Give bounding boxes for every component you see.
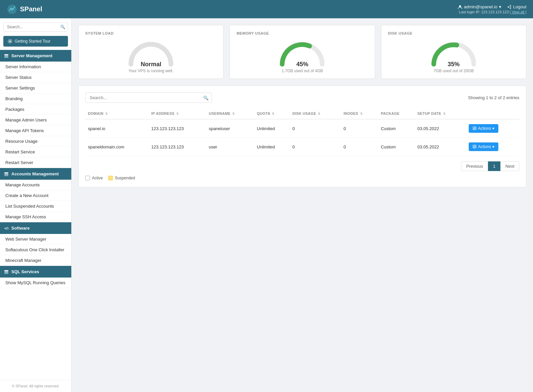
sort-disk-icon[interactable]: ⇅ [318, 112, 320, 115]
user-icon [458, 5, 462, 9]
actions-button-1[interactable]: Actions ▾ [469, 142, 498, 151]
next-page-button[interactable]: Next [500, 161, 519, 171]
svg-point-2 [459, 5, 461, 7]
last-login: Last login IP: 123.123.123.123 [ View al… [459, 10, 526, 14]
sidebar-search-area: 🔍 [0, 18, 71, 36]
sidebar-item-restart-service[interactable]: Restart Service [0, 147, 71, 157]
sidebar-item-resource-usage[interactable]: Resource Usage [0, 136, 71, 147]
legend-suspended-label: Suspended [115, 176, 135, 180]
sort-domain-icon[interactable]: ⇅ [105, 112, 108, 115]
sidebar-item-minecraft[interactable]: Minecraft Manager [0, 255, 71, 266]
topnav-right: admin@spanel.io ▾ Logout Last login IP: … [458, 4, 526, 14]
topnav: SPanel admin@spanel.io ▾ Logout Last log… [0, 0, 533, 18]
sidebar-item-manage-ssh[interactable]: Manage SSH Access [0, 212, 71, 222]
legend-active: Active [85, 176, 103, 180]
actions-chevron-icon: ▾ [492, 144, 494, 149]
accounts-management-label: Accounts Management [11, 171, 59, 176]
accounts-table-card: 🔍 Showing 1 to 2 of 2 entries DOMAIN ⇅ I… [78, 86, 526, 187]
logo-text: SPanel [20, 5, 42, 13]
sidebar-item-manage-accounts[interactable]: Manage Accounts [0, 180, 71, 190]
table-top: 🔍 Showing 1 to 2 of 2 entries [85, 93, 519, 103]
table-header-row: DOMAIN ⇅ IP ADDRESS ⇅ USERNAME ⇅ QUOTA ⇅… [85, 108, 519, 119]
cell-setup-date: 03.05.2022 [415, 138, 466, 156]
disk-usage-value: 35% [433, 61, 474, 68]
legend-suspended: Suspended [108, 176, 135, 180]
svg-rect-8 [4, 57, 8, 58]
svg-rect-13 [4, 270, 8, 271]
sql-icon [4, 270, 9, 274]
sort-setup-icon[interactable]: ⇅ [443, 112, 446, 115]
svg-point-1 [11, 8, 13, 11]
software-label: Software [11, 226, 30, 231]
col-ip: IP ADDRESS ⇅ [149, 108, 206, 119]
sidebar-footer: © SPanel. All rights reserved. [0, 380, 71, 392]
sort-inodes-icon[interactable]: ⇅ [360, 112, 363, 115]
col-username: USERNAME ⇅ [206, 108, 254, 119]
sidebar-item-softaculous[interactable]: Softaculous One Click Installer [0, 245, 71, 255]
col-inodes: INODES ⇅ [341, 108, 378, 119]
sidebar-item-server-settings[interactable]: Server Settings [0, 83, 71, 94]
sidebar-item-web-server-manager[interactable]: Web Server Manager [0, 234, 71, 245]
cell-disk-usage: 0 [290, 119, 341, 138]
view-all-link[interactable]: [ View all ] [510, 10, 526, 14]
col-package: PACKAGE [378, 108, 415, 119]
actions-chevron-icon: ▾ [492, 126, 494, 131]
col-setup-date: SETUP DATE ⇅ [415, 108, 466, 119]
table-row: spanel.io 123.123.123.123 spaneluser Unl… [85, 119, 519, 138]
sidebar-item-server-status[interactable]: Server Status [0, 72, 71, 83]
col-quota: QUOTA ⇅ [254, 108, 290, 119]
cell-username: user [206, 138, 254, 156]
user-dropdown-icon[interactable]: ▾ [499, 4, 501, 9]
main-content: SYSTEM LOAD Normal Your VPS is running w… [72, 18, 533, 392]
tour-button[interactable]: ✦ Getting Started Tour [3, 36, 68, 47]
sidebar-item-mysql-queries[interactable]: Show MySQL Running Queries [0, 278, 71, 288]
sidebar-item-packages[interactable]: Packages [0, 104, 71, 115]
table-search-input[interactable] [85, 93, 212, 103]
logout-button[interactable]: Logout [507, 4, 526, 9]
sidebar-item-create-new-account[interactable]: Create a New Account [0, 190, 71, 201]
cell-disk-usage: 0 [290, 138, 341, 156]
user-info[interactable]: admin@spanel.io ▾ [458, 4, 502, 9]
disk-usage-title: DISK USAGE [388, 31, 519, 35]
cell-inodes: 0 [341, 119, 378, 138]
col-actions [466, 108, 519, 119]
svg-rect-14 [4, 272, 8, 273]
legend-active-box [85, 176, 90, 180]
memory-usage-card: MEMORY USAGE 45% 1.7GB used out of 4GB [230, 25, 375, 79]
cell-domain: spanel.io [85, 119, 149, 138]
memory-usage-value: 45% [281, 61, 323, 68]
sidebar-search-input[interactable] [3, 22, 68, 32]
legend-suspended-box [108, 176, 113, 180]
server-management-icon [4, 54, 9, 58]
cell-username: spaneluser [206, 119, 254, 138]
svg-rect-11 [4, 175, 8, 176]
sql-services-label: SQL Services [11, 269, 39, 274]
sidebar-section-accounts-management: Accounts Management [0, 168, 71, 180]
cell-ip: 123.123.123.123 [149, 119, 206, 138]
sidebar-item-manage-api-tokens[interactable]: Manage API Tokens [0, 125, 71, 136]
sort-ip-icon[interactable]: ⇅ [176, 112, 179, 115]
sidebar-item-server-information[interactable]: Server Information [0, 62, 71, 72]
sidebar-item-branding[interactable]: Branding [0, 94, 71, 104]
prev-page-button[interactable]: Previous [461, 161, 488, 171]
cell-package: Custom [378, 119, 415, 138]
cell-inodes: 0 [341, 138, 378, 156]
disk-usage-sub: 7GB used out of 20GB [433, 69, 474, 73]
sidebar-item-list-suspended[interactable]: List Suspended Accounts [0, 201, 71, 212]
table-search-icon: 🔍 [203, 95, 209, 100]
memory-usage-sub: 1.7GB used out of 4GB [281, 69, 323, 73]
logout-label: Logout [513, 4, 526, 9]
svg-rect-9 [4, 172, 8, 173]
actions-button-0[interactable]: Actions ▾ [469, 124, 498, 133]
current-page-button[interactable]: 1 [488, 161, 500, 171]
sidebar-item-restart-server[interactable]: Restart Server [0, 157, 71, 168]
legend-active-label: Active [92, 176, 103, 180]
tour-icon: ✦ [7, 39, 13, 44]
server-management-label: Server Management [11, 53, 53, 58]
svg-text:✦: ✦ [9, 40, 11, 43]
sort-quota-icon[interactable]: ⇅ [272, 112, 274, 115]
accounts-table: DOMAIN ⇅ IP ADDRESS ⇅ USERNAME ⇅ QUOTA ⇅… [85, 108, 519, 156]
edit-icon [473, 145, 477, 149]
sort-username-icon[interactable]: ⇅ [232, 112, 235, 115]
sidebar-item-manage-admin-users[interactable]: Manage Admin Users [0, 115, 71, 125]
